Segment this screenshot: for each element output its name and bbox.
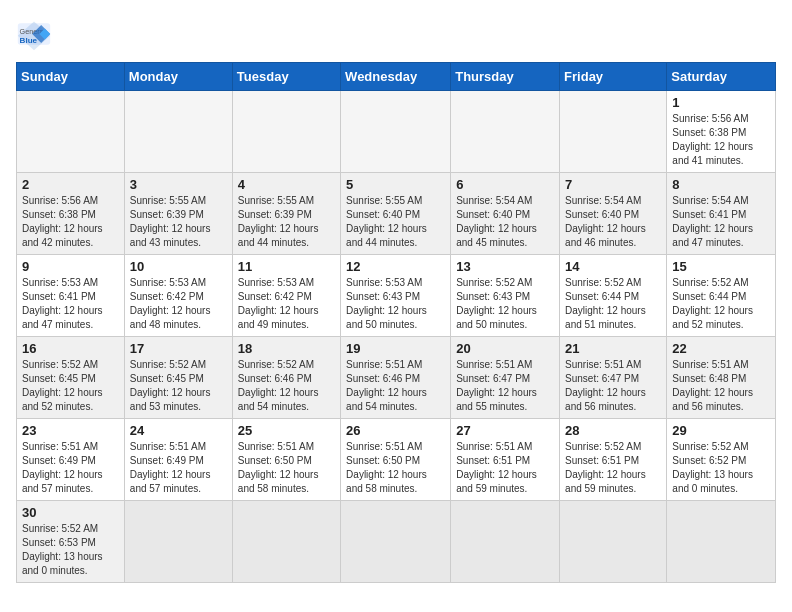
day-info: Sunrise: 5:51 AM Sunset: 6:47 PM Dayligh… xyxy=(565,358,661,414)
calendar-day xyxy=(451,91,560,173)
day-number: 9 xyxy=(22,259,119,274)
calendar-day xyxy=(341,91,451,173)
calendar-day xyxy=(17,91,125,173)
day-number: 5 xyxy=(346,177,445,192)
calendar-table: SundayMondayTuesdayWednesdayThursdayFrid… xyxy=(16,62,776,583)
day-number: 11 xyxy=(238,259,335,274)
day-number: 20 xyxy=(456,341,554,356)
calendar-day: 15Sunrise: 5:52 AM Sunset: 6:44 PM Dayli… xyxy=(667,255,776,337)
calendar-day xyxy=(341,501,451,583)
calendar-day: 24Sunrise: 5:51 AM Sunset: 6:49 PM Dayli… xyxy=(124,419,232,501)
day-number: 27 xyxy=(456,423,554,438)
day-number: 2 xyxy=(22,177,119,192)
day-info: Sunrise: 5:53 AM Sunset: 6:43 PM Dayligh… xyxy=(346,276,445,332)
calendar-day: 2Sunrise: 5:56 AM Sunset: 6:38 PM Daylig… xyxy=(17,173,125,255)
calendar-week-row: 1Sunrise: 5:56 AM Sunset: 6:38 PM Daylig… xyxy=(17,91,776,173)
day-info: Sunrise: 5:56 AM Sunset: 6:38 PM Dayligh… xyxy=(22,194,119,250)
calendar-day: 9Sunrise: 5:53 AM Sunset: 6:41 PM Daylig… xyxy=(17,255,125,337)
calendar-day xyxy=(560,91,667,173)
calendar-header-wednesday: Wednesday xyxy=(341,63,451,91)
calendar-day: 19Sunrise: 5:51 AM Sunset: 6:46 PM Dayli… xyxy=(341,337,451,419)
calendar-day: 26Sunrise: 5:51 AM Sunset: 6:50 PM Dayli… xyxy=(341,419,451,501)
calendar-day: 16Sunrise: 5:52 AM Sunset: 6:45 PM Dayli… xyxy=(17,337,125,419)
day-info: Sunrise: 5:53 AM Sunset: 6:42 PM Dayligh… xyxy=(238,276,335,332)
calendar-day: 14Sunrise: 5:52 AM Sunset: 6:44 PM Dayli… xyxy=(560,255,667,337)
calendar-day: 12Sunrise: 5:53 AM Sunset: 6:43 PM Dayli… xyxy=(341,255,451,337)
day-number: 3 xyxy=(130,177,227,192)
calendar-day: 28Sunrise: 5:52 AM Sunset: 6:51 PM Dayli… xyxy=(560,419,667,501)
calendar-day: 18Sunrise: 5:52 AM Sunset: 6:46 PM Dayli… xyxy=(232,337,340,419)
calendar-day xyxy=(560,501,667,583)
calendar-header-saturday: Saturday xyxy=(667,63,776,91)
logo-icon: General Blue xyxy=(16,16,52,52)
calendar-day: 27Sunrise: 5:51 AM Sunset: 6:51 PM Dayli… xyxy=(451,419,560,501)
calendar-week-row: 9Sunrise: 5:53 AM Sunset: 6:41 PM Daylig… xyxy=(17,255,776,337)
day-info: Sunrise: 5:52 AM Sunset: 6:44 PM Dayligh… xyxy=(565,276,661,332)
day-info: Sunrise: 5:53 AM Sunset: 6:42 PM Dayligh… xyxy=(130,276,227,332)
day-info: Sunrise: 5:52 AM Sunset: 6:45 PM Dayligh… xyxy=(130,358,227,414)
day-info: Sunrise: 5:52 AM Sunset: 6:43 PM Dayligh… xyxy=(456,276,554,332)
day-number: 10 xyxy=(130,259,227,274)
calendar-day xyxy=(124,91,232,173)
day-number: 21 xyxy=(565,341,661,356)
day-number: 25 xyxy=(238,423,335,438)
calendar-day: 20Sunrise: 5:51 AM Sunset: 6:47 PM Dayli… xyxy=(451,337,560,419)
day-number: 1 xyxy=(672,95,770,110)
day-info: Sunrise: 5:51 AM Sunset: 6:48 PM Dayligh… xyxy=(672,358,770,414)
day-info: Sunrise: 5:53 AM Sunset: 6:41 PM Dayligh… xyxy=(22,276,119,332)
calendar-day: 22Sunrise: 5:51 AM Sunset: 6:48 PM Dayli… xyxy=(667,337,776,419)
calendar-week-row: 30Sunrise: 5:52 AM Sunset: 6:53 PM Dayli… xyxy=(17,501,776,583)
calendar-day: 6Sunrise: 5:54 AM Sunset: 6:40 PM Daylig… xyxy=(451,173,560,255)
calendar-day xyxy=(667,501,776,583)
day-info: Sunrise: 5:55 AM Sunset: 6:39 PM Dayligh… xyxy=(130,194,227,250)
day-number: 15 xyxy=(672,259,770,274)
day-number: 29 xyxy=(672,423,770,438)
calendar-day: 30Sunrise: 5:52 AM Sunset: 6:53 PM Dayli… xyxy=(17,501,125,583)
day-info: Sunrise: 5:54 AM Sunset: 6:40 PM Dayligh… xyxy=(565,194,661,250)
calendar-day: 3Sunrise: 5:55 AM Sunset: 6:39 PM Daylig… xyxy=(124,173,232,255)
calendar-header-row: SundayMondayTuesdayWednesdayThursdayFrid… xyxy=(17,63,776,91)
day-number: 8 xyxy=(672,177,770,192)
calendar-day: 7Sunrise: 5:54 AM Sunset: 6:40 PM Daylig… xyxy=(560,173,667,255)
calendar-day: 1Sunrise: 5:56 AM Sunset: 6:38 PM Daylig… xyxy=(667,91,776,173)
svg-text:Blue: Blue xyxy=(20,36,38,45)
day-info: Sunrise: 5:51 AM Sunset: 6:47 PM Dayligh… xyxy=(456,358,554,414)
calendar-day xyxy=(451,501,560,583)
day-info: Sunrise: 5:54 AM Sunset: 6:40 PM Dayligh… xyxy=(456,194,554,250)
calendar-header-friday: Friday xyxy=(560,63,667,91)
calendar-day: 29Sunrise: 5:52 AM Sunset: 6:52 PM Dayli… xyxy=(667,419,776,501)
calendar-day xyxy=(232,91,340,173)
day-number: 18 xyxy=(238,341,335,356)
day-info: Sunrise: 5:52 AM Sunset: 6:45 PM Dayligh… xyxy=(22,358,119,414)
day-number: 7 xyxy=(565,177,661,192)
calendar-day: 25Sunrise: 5:51 AM Sunset: 6:50 PM Dayli… xyxy=(232,419,340,501)
day-number: 23 xyxy=(22,423,119,438)
day-info: Sunrise: 5:52 AM Sunset: 6:44 PM Dayligh… xyxy=(672,276,770,332)
day-number: 6 xyxy=(456,177,554,192)
day-number: 19 xyxy=(346,341,445,356)
calendar-header-tuesday: Tuesday xyxy=(232,63,340,91)
day-info: Sunrise: 5:52 AM Sunset: 6:52 PM Dayligh… xyxy=(672,440,770,496)
calendar-body: 1Sunrise: 5:56 AM Sunset: 6:38 PM Daylig… xyxy=(17,91,776,583)
page-header: General Blue xyxy=(16,16,776,52)
day-info: Sunrise: 5:52 AM Sunset: 6:46 PM Dayligh… xyxy=(238,358,335,414)
day-number: 12 xyxy=(346,259,445,274)
calendar-week-row: 2Sunrise: 5:56 AM Sunset: 6:38 PM Daylig… xyxy=(17,173,776,255)
day-number: 30 xyxy=(22,505,119,520)
calendar-header-thursday: Thursday xyxy=(451,63,560,91)
calendar-day: 4Sunrise: 5:55 AM Sunset: 6:39 PM Daylig… xyxy=(232,173,340,255)
day-info: Sunrise: 5:51 AM Sunset: 6:50 PM Dayligh… xyxy=(238,440,335,496)
calendar-day: 21Sunrise: 5:51 AM Sunset: 6:47 PM Dayli… xyxy=(560,337,667,419)
calendar-week-row: 23Sunrise: 5:51 AM Sunset: 6:49 PM Dayli… xyxy=(17,419,776,501)
day-info: Sunrise: 5:51 AM Sunset: 6:49 PM Dayligh… xyxy=(130,440,227,496)
day-number: 17 xyxy=(130,341,227,356)
calendar-day: 8Sunrise: 5:54 AM Sunset: 6:41 PM Daylig… xyxy=(667,173,776,255)
calendar-week-row: 16Sunrise: 5:52 AM Sunset: 6:45 PM Dayli… xyxy=(17,337,776,419)
day-info: Sunrise: 5:55 AM Sunset: 6:40 PM Dayligh… xyxy=(346,194,445,250)
calendar-header-monday: Monday xyxy=(124,63,232,91)
calendar-day: 5Sunrise: 5:55 AM Sunset: 6:40 PM Daylig… xyxy=(341,173,451,255)
day-number: 26 xyxy=(346,423,445,438)
calendar-header-sunday: Sunday xyxy=(17,63,125,91)
calendar-day: 17Sunrise: 5:52 AM Sunset: 6:45 PM Dayli… xyxy=(124,337,232,419)
day-number: 24 xyxy=(130,423,227,438)
